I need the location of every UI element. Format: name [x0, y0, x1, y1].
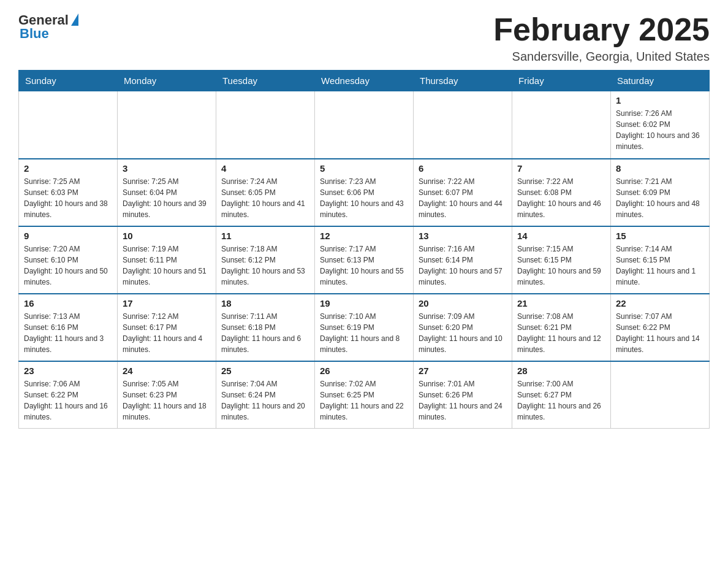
- calendar-header-monday: Monday: [118, 71, 216, 91]
- day-number: 10: [123, 231, 211, 241]
- day-info: Sunrise: 7:05 AM Sunset: 6:23 PM Dayligh…: [123, 378, 211, 423]
- day-info: Sunrise: 7:17 AM Sunset: 6:13 PM Dayligh…: [320, 243, 408, 288]
- day-info: Sunrise: 7:25 AM Sunset: 6:03 PM Dayligh…: [24, 176, 112, 220]
- day-number: 14: [517, 231, 605, 241]
- day-number: 20: [419, 298, 507, 308]
- day-number: 5: [320, 163, 408, 174]
- day-number: 25: [221, 366, 309, 376]
- calendar-header-sunday: Sunday: [19, 71, 118, 91]
- calendar-week-5: 23Sunrise: 7:06 AM Sunset: 6:22 PM Dayli…: [19, 361, 710, 429]
- day-number: 26: [320, 366, 408, 376]
- calendar-cell: 18Sunrise: 7:11 AM Sunset: 6:18 PM Dayli…: [216, 294, 315, 361]
- calendar-cell: 22Sunrise: 7:07 AM Sunset: 6:22 PM Dayli…: [611, 294, 710, 361]
- calendar-week-4: 16Sunrise: 7:13 AM Sunset: 6:16 PM Dayli…: [19, 294, 710, 361]
- day-number: 16: [24, 298, 112, 308]
- calendar-cell: 23Sunrise: 7:06 AM Sunset: 6:22 PM Dayli…: [19, 361, 118, 429]
- day-info: Sunrise: 7:04 AM Sunset: 6:24 PM Dayligh…: [221, 378, 309, 423]
- calendar-header-tuesday: Tuesday: [216, 71, 315, 91]
- day-number: 21: [517, 298, 605, 308]
- calendar-header-saturday: Saturday: [611, 71, 710, 91]
- day-info: Sunrise: 7:26 AM Sunset: 6:02 PM Dayligh…: [616, 108, 704, 152]
- day-number: 13: [419, 231, 507, 241]
- day-number: 17: [123, 298, 211, 308]
- calendar-cell: 24Sunrise: 7:05 AM Sunset: 6:23 PM Dayli…: [118, 361, 216, 429]
- calendar-cell: [19, 91, 118, 159]
- day-info: Sunrise: 7:19 AM Sunset: 6:11 PM Dayligh…: [123, 243, 211, 288]
- calendar-cell: 28Sunrise: 7:00 AM Sunset: 6:27 PM Dayli…: [512, 361, 611, 429]
- day-number: 3: [123, 163, 211, 174]
- day-number: 22: [616, 298, 704, 308]
- day-info: Sunrise: 7:21 AM Sunset: 6:09 PM Dayligh…: [616, 176, 704, 220]
- calendar-cell: 27Sunrise: 7:01 AM Sunset: 6:26 PM Dayli…: [414, 361, 512, 429]
- calendar-cell: 21Sunrise: 7:08 AM Sunset: 6:21 PM Dayli…: [512, 294, 611, 361]
- calendar-cell: 9Sunrise: 7:20 AM Sunset: 6:10 PM Daylig…: [19, 226, 118, 294]
- day-info: Sunrise: 7:01 AM Sunset: 6:26 PM Dayligh…: [419, 378, 507, 423]
- day-number: 6: [419, 163, 507, 174]
- calendar-cell: [414, 91, 512, 159]
- day-info: Sunrise: 7:12 AM Sunset: 6:17 PM Dayligh…: [123, 311, 211, 355]
- day-number: 24: [123, 366, 211, 376]
- calendar-cell: 4Sunrise: 7:24 AM Sunset: 6:05 PM Daylig…: [216, 159, 315, 226]
- day-info: Sunrise: 7:20 AM Sunset: 6:10 PM Dayligh…: [24, 243, 112, 288]
- day-number: 11: [221, 231, 309, 241]
- day-number: 19: [320, 298, 408, 308]
- calendar-cell: [611, 361, 710, 429]
- calendar-cell: [512, 91, 611, 159]
- day-number: 4: [221, 163, 309, 174]
- calendar-cell: 7Sunrise: 7:22 AM Sunset: 6:08 PM Daylig…: [512, 159, 611, 226]
- month-title: February 2025: [493, 12, 710, 47]
- calendar-week-2: 2Sunrise: 7:25 AM Sunset: 6:03 PM Daylig…: [19, 159, 710, 226]
- calendar-cell: 15Sunrise: 7:14 AM Sunset: 6:15 PM Dayli…: [611, 226, 710, 294]
- calendar-cell: 19Sunrise: 7:10 AM Sunset: 6:19 PM Dayli…: [315, 294, 414, 361]
- day-info: Sunrise: 7:09 AM Sunset: 6:20 PM Dayligh…: [419, 311, 507, 355]
- calendar-cell: 3Sunrise: 7:25 AM Sunset: 6:04 PM Daylig…: [118, 159, 216, 226]
- day-info: Sunrise: 7:06 AM Sunset: 6:22 PM Dayligh…: [24, 378, 112, 423]
- calendar-header-friday: Friday: [512, 71, 611, 91]
- calendar-cell: 26Sunrise: 7:02 AM Sunset: 6:25 PM Dayli…: [315, 361, 414, 429]
- calendar-cell: 13Sunrise: 7:16 AM Sunset: 6:14 PM Dayli…: [414, 226, 512, 294]
- calendar-cell: 17Sunrise: 7:12 AM Sunset: 6:17 PM Dayli…: [118, 294, 216, 361]
- day-info: Sunrise: 7:13 AM Sunset: 6:16 PM Dayligh…: [24, 311, 112, 355]
- day-info: Sunrise: 7:00 AM Sunset: 6:27 PM Dayligh…: [517, 378, 605, 423]
- day-info: Sunrise: 7:11 AM Sunset: 6:18 PM Dayligh…: [221, 311, 309, 355]
- calendar-cell: 11Sunrise: 7:18 AM Sunset: 6:12 PM Dayli…: [216, 226, 315, 294]
- calendar-cell: [315, 91, 414, 159]
- day-info: Sunrise: 7:23 AM Sunset: 6:06 PM Dayligh…: [320, 176, 408, 220]
- day-info: Sunrise: 7:22 AM Sunset: 6:08 PM Dayligh…: [517, 176, 605, 220]
- logo-blue-text: Blue: [20, 26, 49, 42]
- day-info: Sunrise: 7:18 AM Sunset: 6:12 PM Dayligh…: [221, 243, 309, 288]
- calendar-cell: 6Sunrise: 7:22 AM Sunset: 6:07 PM Daylig…: [414, 159, 512, 226]
- day-number: 27: [419, 366, 507, 376]
- day-info: Sunrise: 7:14 AM Sunset: 6:15 PM Dayligh…: [616, 243, 704, 288]
- calendar-cell: 20Sunrise: 7:09 AM Sunset: 6:20 PM Dayli…: [414, 294, 512, 361]
- day-number: 8: [616, 163, 704, 174]
- calendar-cell: 2Sunrise: 7:25 AM Sunset: 6:03 PM Daylig…: [19, 159, 118, 226]
- day-number: 9: [24, 231, 112, 241]
- day-number: 1: [616, 95, 704, 105]
- day-number: 7: [517, 163, 605, 174]
- calendar-week-3: 9Sunrise: 7:20 AM Sunset: 6:10 PM Daylig…: [19, 226, 710, 294]
- calendar-cell: 12Sunrise: 7:17 AM Sunset: 6:13 PM Dayli…: [315, 226, 414, 294]
- day-info: Sunrise: 7:24 AM Sunset: 6:05 PM Dayligh…: [221, 176, 309, 220]
- calendar-week-1: 1Sunrise: 7:26 AM Sunset: 6:02 PM Daylig…: [19, 91, 710, 159]
- calendar-header-thursday: Thursday: [414, 71, 512, 91]
- day-info: Sunrise: 7:25 AM Sunset: 6:04 PM Dayligh…: [123, 176, 211, 220]
- title-block: February 2025 Sandersville, Georgia, Uni…: [493, 12, 710, 64]
- day-info: Sunrise: 7:07 AM Sunset: 6:22 PM Dayligh…: [616, 311, 704, 355]
- calendar-cell: 5Sunrise: 7:23 AM Sunset: 6:06 PM Daylig…: [315, 159, 414, 226]
- day-info: Sunrise: 7:16 AM Sunset: 6:14 PM Dayligh…: [419, 243, 507, 288]
- calendar-cell: 25Sunrise: 7:04 AM Sunset: 6:24 PM Dayli…: [216, 361, 315, 429]
- day-number: 12: [320, 231, 408, 241]
- day-number: 23: [24, 366, 112, 376]
- calendar-cell: 8Sunrise: 7:21 AM Sunset: 6:09 PM Daylig…: [611, 159, 710, 226]
- calendar-cell: 14Sunrise: 7:15 AM Sunset: 6:15 PM Dayli…: [512, 226, 611, 294]
- day-info: Sunrise: 7:08 AM Sunset: 6:21 PM Dayligh…: [517, 311, 605, 355]
- day-number: 2: [24, 163, 112, 174]
- page-header: General Blue February 2025 Sandersville,…: [18, 12, 710, 64]
- day-number: 18: [221, 298, 309, 308]
- location-subtitle: Sandersville, Georgia, United States: [493, 50, 710, 64]
- calendar-cell: [216, 91, 315, 159]
- calendar-cell: [118, 91, 216, 159]
- calendar-header-wednesday: Wednesday: [315, 71, 414, 91]
- calendar-cell: 10Sunrise: 7:19 AM Sunset: 6:11 PM Dayli…: [118, 226, 216, 294]
